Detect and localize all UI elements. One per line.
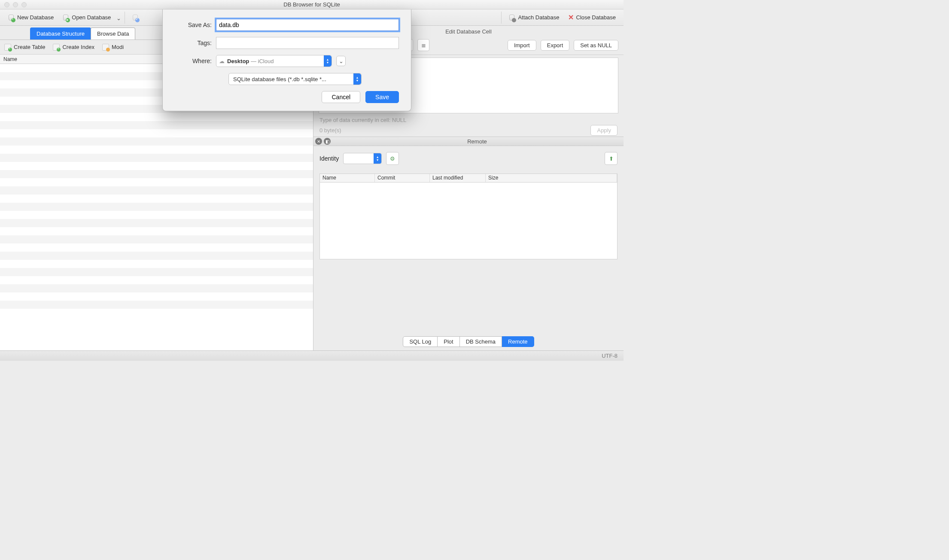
remote-table[interactable]: Name Commit Last modified Size	[319, 173, 617, 259]
where-folder-select[interactable]: ☁ Desktop — iCloud ▲▼	[216, 55, 332, 67]
write-changes-button[interactable]	[128, 12, 143, 23]
identity-label: Identity	[319, 155, 339, 162]
create-index-button[interactable]: Create Index	[53, 44, 94, 51]
create-table-label: Create Table	[14, 44, 45, 50]
close-panel-icon[interactable]: ✕	[315, 138, 322, 145]
save-as-input[interactable]	[216, 19, 399, 31]
bottom-tabs: SQL Log Plot DB Schema Remote	[313, 335, 624, 350]
attach-database-label: Attach Database	[518, 14, 559, 21]
create-table-button[interactable]: Create Table	[4, 44, 45, 51]
table-modify-icon	[102, 44, 109, 51]
modify-table-label: Modi	[112, 44, 124, 50]
tab-database-structure[interactable]: Database Structure	[30, 27, 91, 40]
titlebar: DB Browser for SQLite	[0, 0, 624, 9]
cell-type-info: Type of data currently in cell: NULL	[319, 117, 406, 123]
open-database-label: Open Database	[72, 14, 111, 21]
cancel-button[interactable]: Cancel	[322, 91, 360, 103]
where-folder-name: Desktop	[227, 58, 249, 64]
cell-size-info: 0 byte(s)	[319, 127, 341, 134]
import-button[interactable]: Import	[508, 40, 536, 51]
close-database-label: Close Database	[576, 14, 616, 21]
upload-db-icon: ⬆	[609, 155, 614, 162]
table-new-icon	[4, 44, 11, 51]
file-format-label: SQLite database files (*.db *.sqlite *..…	[233, 76, 326, 82]
tags-label: Tags:	[175, 40, 216, 46]
toolbar-separator	[125, 12, 125, 24]
refresh-identity-button[interactable]: ⚙	[386, 152, 399, 165]
chevron-down-icon: ⌄	[339, 58, 344, 64]
status-bar: UTF-8	[0, 350, 624, 361]
tab-remote[interactable]: Remote	[502, 336, 534, 347]
database-new-icon	[8, 14, 15, 21]
create-index-label: Create Index	[62, 44, 94, 50]
where-label: Where:	[175, 58, 216, 64]
new-database-button[interactable]: New Database	[3, 12, 58, 23]
close-icon: ✕	[568, 13, 574, 21]
remote-col-name[interactable]: Name	[320, 174, 375, 182]
gear-refresh-icon: ⚙	[390, 155, 395, 162]
remote-col-size[interactable]: Size	[486, 174, 617, 182]
where-folder-suffix: — iCloud	[249, 58, 274, 64]
remote-title: Remote	[331, 138, 624, 145]
window-title: DB Browser for SQLite	[0, 1, 624, 8]
remote-col-last-modified[interactable]: Last modified	[430, 174, 486, 182]
save-file-sheet: Save As: Tags: Where: ☁ Desktop — iCloud…	[162, 9, 411, 111]
remote-col-commit[interactable]: Commit	[375, 174, 430, 182]
updown-arrows-icon: ▲▼	[374, 153, 381, 164]
database-open-icon	[62, 14, 69, 21]
tab-db-schema[interactable]: DB Schema	[460, 336, 502, 347]
identity-select[interactable]: ▲▼	[343, 153, 382, 164]
cloud-icon: ☁	[219, 58, 225, 64]
updown-arrows-icon: ▲▼	[324, 55, 332, 67]
expand-save-panel-button[interactable]: ⌄	[336, 56, 346, 66]
save-button[interactable]: Save	[365, 91, 399, 103]
export-button[interactable]: Export	[541, 40, 570, 51]
lines-icon: ≣	[421, 42, 426, 49]
new-database-label: New Database	[17, 14, 54, 21]
updown-arrows-icon: ▲▼	[353, 73, 361, 85]
status-encoding: UTF-8	[602, 353, 617, 359]
attach-database-button[interactable]: Attach Database	[504, 12, 563, 23]
open-database-button[interactable]: Open Database	[58, 12, 115, 23]
tab-sql-log[interactable]: SQL Log	[403, 336, 438, 347]
file-format-select[interactable]: SQLite database files (*.db *.sqlite *..…	[228, 73, 362, 85]
index-new-icon	[53, 44, 60, 51]
tags-input[interactable]	[216, 37, 399, 49]
database-attach-icon	[508, 14, 515, 21]
indent-button[interactable]: ≣	[417, 39, 429, 51]
tab-plot[interactable]: Plot	[438, 336, 459, 347]
apply-button[interactable]: Apply	[590, 125, 617, 136]
remote-panel-header: ✕ ◧ Remote	[313, 137, 624, 146]
close-database-button[interactable]: ✕ Close Database	[564, 12, 620, 23]
database-save-icon	[132, 14, 139, 21]
open-dropdown-chevron-icon[interactable]: ⌄	[115, 14, 122, 21]
detach-panel-icon[interactable]: ◧	[324, 138, 331, 145]
toolbar-separator	[501, 12, 502, 24]
tab-browse-data[interactable]: Browse Data	[91, 27, 135, 40]
push-remote-button[interactable]: ⬆	[605, 152, 617, 165]
set-null-button[interactable]: Set as NULL	[574, 40, 618, 51]
modify-table-button[interactable]: Modi	[102, 44, 124, 51]
save-as-label: Save As:	[175, 21, 216, 28]
